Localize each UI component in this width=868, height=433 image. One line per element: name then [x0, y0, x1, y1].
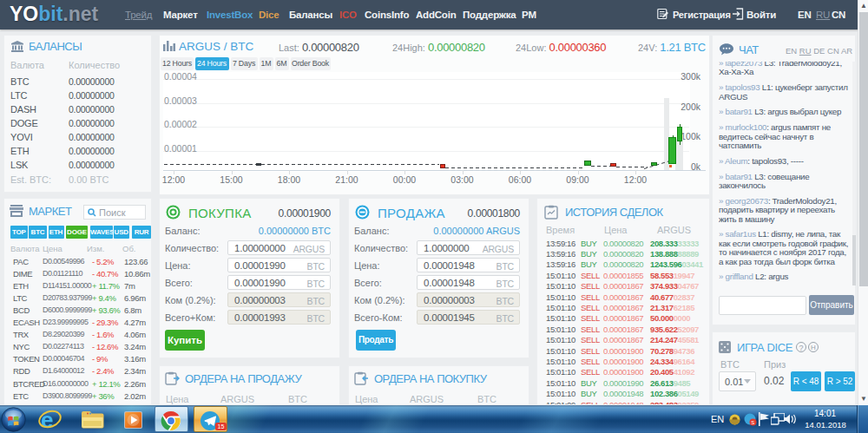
svg-text:S: S [751, 420, 754, 425]
